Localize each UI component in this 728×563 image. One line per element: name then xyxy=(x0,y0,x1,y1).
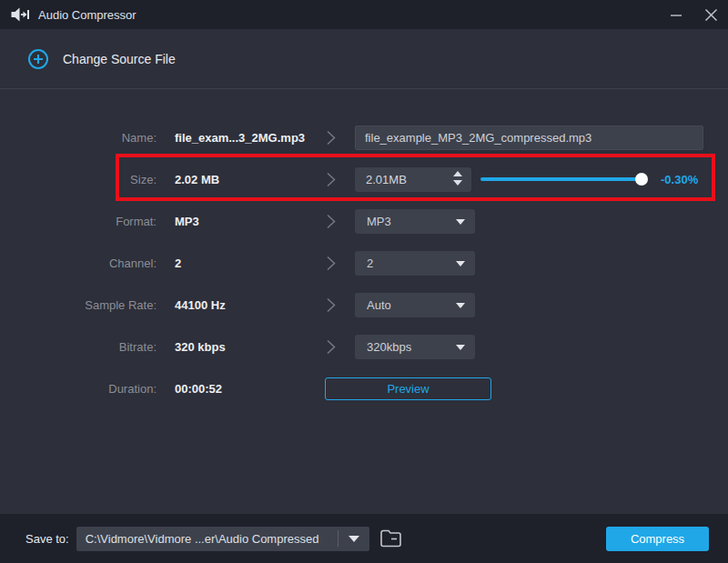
channel-label: Channel: xyxy=(0,256,157,270)
spinner-down-icon[interactable] xyxy=(453,180,462,186)
format-row: Format: MP3 MP3 xyxy=(0,200,728,242)
footer-bar: Save to: Compress xyxy=(0,514,728,563)
dropdown-arrow-icon xyxy=(349,536,359,542)
name-label: Name: xyxy=(0,131,157,145)
window-controls xyxy=(659,0,728,29)
bitrate-label: Bitrate: xyxy=(0,340,157,354)
dropdown-arrow-icon xyxy=(456,219,465,225)
chevron-right-icon xyxy=(306,214,355,229)
size-slider[interactable] xyxy=(480,173,646,186)
format-dropdown[interactable]: MP3 xyxy=(355,209,475,234)
sample-rate-row: Sample Rate: 44100 Hz Auto xyxy=(0,284,728,326)
channel-row: Channel: 2 2 xyxy=(0,242,728,284)
audio-compressor-window: Audio Compressor Change Source xyxy=(0,0,728,563)
chevron-right-icon xyxy=(306,339,355,355)
duration-value: 00:00:52 xyxy=(175,382,306,396)
folder-icon xyxy=(379,528,403,549)
sample-rate-selected-value: Auto xyxy=(367,298,391,312)
target-size-spinner xyxy=(355,167,471,192)
change-source-file-button[interactable]: Change Source File xyxy=(27,48,176,70)
open-folder-button[interactable] xyxy=(379,528,403,549)
size-original-value: 2.02 MB xyxy=(175,173,306,186)
chevron-right-icon xyxy=(306,256,355,271)
window-title: Audio Compressor xyxy=(38,8,136,22)
output-name-input[interactable] xyxy=(355,126,703,150)
channel-original-value: 2 xyxy=(175,256,306,270)
settings-panel: Name: file_exam...3_2MG.mp3 Size: 2.02 M… xyxy=(0,89,728,409)
format-selected-value: MP3 xyxy=(367,215,391,228)
channel-dropdown[interactable]: 2 xyxy=(355,251,475,276)
minimize-icon xyxy=(670,8,682,21)
audio-compressor-icon xyxy=(11,7,30,22)
chevron-right-icon xyxy=(306,297,355,313)
source-bar: Change Source File xyxy=(0,29,728,89)
save-path-field xyxy=(76,527,369,551)
slider-track[interactable] xyxy=(480,177,646,181)
plus-circle-icon xyxy=(27,48,49,70)
save-path-input[interactable] xyxy=(76,532,338,546)
sample-rate-dropdown[interactable]: Auto xyxy=(355,293,475,317)
size-label: Size: xyxy=(0,173,157,186)
channel-selected-value: 2 xyxy=(367,256,373,270)
titlebar: Audio Compressor xyxy=(0,0,728,29)
slider-handle[interactable] xyxy=(635,173,648,186)
close-button[interactable] xyxy=(693,0,728,29)
sample-rate-label: Sample Rate: xyxy=(0,298,157,312)
sample-rate-original-value: 44100 Hz xyxy=(175,298,306,312)
duration-label: Duration: xyxy=(0,382,157,396)
dropdown-arrow-icon xyxy=(456,261,465,266)
name-original-value: file_exam...3_2MG.mp3 xyxy=(175,131,306,145)
bitrate-selected-value: 320kbps xyxy=(367,340,411,354)
name-row: Name: file_exam...3_2MG.mp3 xyxy=(0,116,728,158)
minimize-button[interactable] xyxy=(659,0,693,29)
dropdown-arrow-icon xyxy=(456,345,465,350)
bitrate-row: Bitrate: 320 kbps 320kbps xyxy=(0,326,728,367)
change-source-file-label: Change Source File xyxy=(63,52,176,66)
save-path-dropdown-button[interactable] xyxy=(339,527,369,551)
dropdown-arrow-icon xyxy=(456,303,465,308)
size-reduction-percent: -0.30% xyxy=(661,173,698,186)
format-original-value: MP3 xyxy=(175,215,306,228)
preview-button[interactable]: Preview xyxy=(325,377,491,400)
spinner-up-icon[interactable] xyxy=(453,171,462,176)
format-label: Format: xyxy=(0,215,157,228)
bitrate-original-value: 320 kbps xyxy=(175,340,306,354)
duration-row: Duration: 00:00:52 Preview xyxy=(0,367,728,409)
close-icon xyxy=(704,8,718,22)
chevron-right-icon xyxy=(306,130,355,146)
spinner-arrows xyxy=(453,171,462,186)
target-size-input[interactable] xyxy=(355,173,430,186)
size-row: Size: 2.02 MB -0.30% xyxy=(0,158,728,200)
chevron-right-icon xyxy=(306,172,355,187)
save-to-label: Save to: xyxy=(25,532,69,546)
compress-button[interactable]: Compress xyxy=(606,527,709,551)
bitrate-dropdown[interactable]: 320kbps xyxy=(355,335,475,359)
